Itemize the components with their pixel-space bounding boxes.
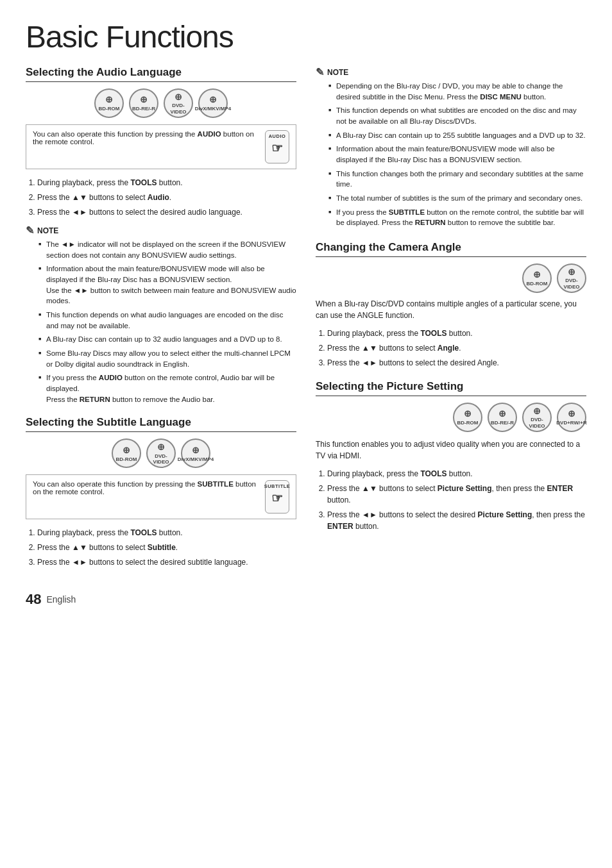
badge-pic-bd-rom: ⊕BD-ROM xyxy=(453,403,482,432)
subtitle-note: ✎ NOTE Depending on the Blu-ray Disc / D… xyxy=(316,66,586,228)
audio-note-list: The ◄► indicator will not be displayed o… xyxy=(26,239,296,405)
note-icon: ✎ xyxy=(26,224,34,237)
badge-bd-rom: ⊕BD-ROM xyxy=(94,88,124,118)
subtitle-step-1: During playback, press the TOOLS button. xyxy=(37,527,296,538)
subtitle-remote-button: SUBTITLE ☞ xyxy=(265,480,289,513)
audio-disc-badges: ⊕BD-ROM ⊕BD-RE/-R ⊕DVD-VIDEO ⊕DivX/MKV/M… xyxy=(26,88,296,118)
subtitle-note-icon: ✎ xyxy=(316,66,324,78)
audio-note: ✎ NOTE The ◄► indicator will not be disp… xyxy=(26,224,296,405)
audio-remote-button: AUDIO ☞ xyxy=(265,130,289,163)
section-picture-setting: Selecting the Picture Setting ⊕BD-ROM ⊕B… xyxy=(316,380,586,532)
page-title: Basic Functions xyxy=(26,19,586,54)
picture-disc-badges: ⊕BD-ROM ⊕BD-RE/-R ⊕DVD-VIDEO ⊕DVD+RW/+R xyxy=(316,403,586,432)
audio-note-item-4: A Blu-ray Disc can contain up to 32 audi… xyxy=(38,334,296,345)
audio-note-item-1: The ◄► indicator will not be displayed o… xyxy=(38,239,296,260)
picture-intro: This function enables you to adjust vide… xyxy=(316,438,586,462)
section-picture-title: Selecting the Picture Setting xyxy=(316,380,586,396)
subtitle-note-item-5: This function changes both the primary a… xyxy=(328,169,586,190)
picture-step-3: Press the ◄► buttons to select the desir… xyxy=(327,509,586,532)
picture-step-2: Press the ▲▼ buttons to select Picture S… xyxy=(327,483,586,506)
badge-bd-re: ⊕BD-RE/-R xyxy=(129,88,158,118)
audio-note-item-6: If you press the AUDIO button on the rem… xyxy=(38,372,296,405)
subtitle-info-text: You can also operate this function by pr… xyxy=(33,480,259,496)
audio-note-label: NOTE xyxy=(37,226,58,235)
page-language: English xyxy=(46,594,76,605)
section-subtitle-title: Selecting the Subtitle Language xyxy=(26,416,296,432)
audio-note-item-2: Information about the main feature/BONUS… xyxy=(38,263,296,306)
section-audio-title: Selecting the Audio Language xyxy=(26,66,296,82)
badge-pic-dvdrw: ⊕DVD+RW/+R xyxy=(557,403,586,432)
audio-step-1: During playback, press the TOOLS button. xyxy=(37,177,296,188)
audio-info-box: You can also operate this function by pr… xyxy=(26,124,296,169)
camera-steps: During playback, press the TOOLS button.… xyxy=(316,328,586,369)
section-audio-language: Selecting the Audio Language ⊕BD-ROM ⊕BD… xyxy=(26,66,296,405)
section-camera-angle: Changing the Camera Angle ⊕BD-ROM ⊕DVD-V… xyxy=(316,241,586,369)
subtitle-note-item-4: Information about the main feature/BONUS… xyxy=(328,144,586,165)
badge-sub-bd-rom: ⊕BD-ROM xyxy=(112,438,141,468)
picture-steps: During playback, press the TOOLS button.… xyxy=(316,468,586,532)
picture-step-1: During playback, press the TOOLS button. xyxy=(327,468,586,480)
audio-step-3: Press the ◄► buttons to select the desir… xyxy=(37,206,296,218)
page-number: 48 xyxy=(26,591,41,608)
subtitle-note-item-2: This function depends on what subtitles … xyxy=(328,105,586,126)
subtitle-note-item-1: Depending on the Blu-ray Disc / DVD, you… xyxy=(328,81,586,102)
camera-step-1: During playback, press the TOOLS button. xyxy=(327,328,586,339)
badge-cam-bd-rom: ⊕BD-ROM xyxy=(522,263,552,293)
subtitle-note-item-6: The total number of subtitles is the sum… xyxy=(328,193,586,204)
subtitle-note-list: Depending on the Blu-ray Disc / DVD, you… xyxy=(316,81,586,228)
subtitle-step-2: Press the ▲▼ buttons to select Subtitle. xyxy=(37,542,296,553)
subtitle-note-item-7: If you press the SUBTITLE button on the … xyxy=(328,207,586,228)
camera-step-2: Press the ▲▼ buttons to select Angle. xyxy=(327,342,586,354)
section-subtitle-language: Selecting the Subtitle Language ⊕BD-ROM … xyxy=(26,416,296,568)
badge-pic-bd-re: ⊕BD-RE/-R xyxy=(488,403,517,432)
audio-note-item-3: This function depends on what audio lang… xyxy=(38,310,296,331)
badge-dvd-video: ⊕DVD-VIDEO xyxy=(164,88,193,118)
camera-step-3: Press the ◄► buttons to select the desir… xyxy=(327,357,586,369)
badge-cam-dvd-video: ⊕DVD-VIDEO xyxy=(557,263,586,293)
subtitle-step-3: Press the ◄► buttons to select the desir… xyxy=(37,556,296,568)
subtitle-note-item-3: A Blu-ray Disc can contain up to 255 sub… xyxy=(328,130,586,141)
section-camera-title: Changing the Camera Angle xyxy=(316,241,586,257)
camera-intro: When a Blu-ray Disc/DVD contains multipl… xyxy=(316,298,586,321)
subtitle-info-box: You can also operate this function by pr… xyxy=(26,474,296,519)
badge-sub-dvd-video: ⊕DVD-VIDEO xyxy=(146,438,176,468)
subtitle-disc-badges: ⊕BD-ROM ⊕DVD-VIDEO ⊕DivX/MKV/MP4 xyxy=(26,438,296,468)
camera-disc-badges: ⊕BD-ROM ⊕DVD-VIDEO xyxy=(316,263,586,293)
audio-note-header: ✎ NOTE xyxy=(26,224,296,237)
badge-pic-dvd-video: ⊕DVD-VIDEO xyxy=(522,403,552,432)
subtitle-steps: During playback, press the TOOLS button.… xyxy=(26,527,296,568)
audio-info-text: You can also operate this function by pr… xyxy=(33,130,259,146)
audio-step-2: Press the ▲▼ buttons to select Audio. xyxy=(37,192,296,203)
subtitle-note-label: NOTE xyxy=(327,68,348,77)
subtitle-note-header: ✎ NOTE xyxy=(316,66,586,78)
audio-note-item-5: Some Blu-ray Discs may allow you to sele… xyxy=(38,348,296,369)
badge-divx: ⊕DivX/MKV/MP4 xyxy=(198,88,228,118)
audio-steps: During playback, press the TOOLS button.… xyxy=(26,177,296,218)
badge-sub-divx: ⊕DivX/MKV/MP4 xyxy=(181,438,210,468)
page-footer: 48 English xyxy=(26,591,586,608)
